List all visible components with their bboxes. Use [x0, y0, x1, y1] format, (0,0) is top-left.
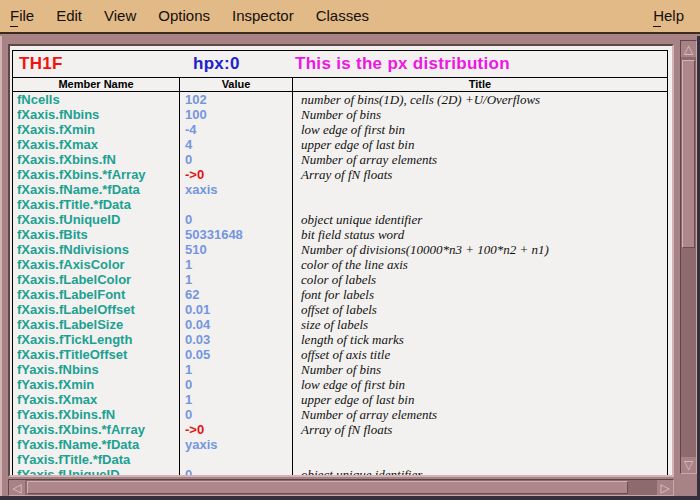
value-cell: 62 [179, 287, 293, 302]
title-cell: Number of divisions(10000*n3 + 100*n2 + … [293, 242, 667, 257]
member-name-cell: fXaxis.fXmin [13, 122, 179, 137]
table-row[interactable]: fXaxis.fNdivisions 510 Number of divisio… [13, 242, 667, 257]
table-row[interactable]: fXaxis.fLabelFont 62 font for labels [13, 287, 667, 302]
value-cell: 1 [179, 257, 293, 272]
menu-classes[interactable]: Classes [316, 0, 369, 33]
value-cell [179, 197, 293, 212]
value-cell: ->0 [179, 167, 293, 182]
title-cell: low edge of first bin [293, 122, 667, 137]
scroll-left-button[interactable]: ◁ [9, 480, 25, 495]
value-cell: 510 [179, 242, 293, 257]
menu-file[interactable]: File [10, 0, 34, 33]
title-cell: Number of bins [293, 362, 667, 377]
member-name-cell: fXaxis.fLabelColor [13, 272, 179, 287]
object-title: This is the px distribution [293, 51, 667, 77]
object-name: hpx:0 [179, 51, 293, 77]
menu-options[interactable]: Options [158, 0, 210, 33]
table-row[interactable]: fYaxis.fXbins.fN 0 Number of array eleme… [13, 407, 667, 422]
table-header-row: Member Name Value Title [13, 78, 667, 92]
title-cell: size of labels [293, 317, 667, 332]
table-row[interactable]: fYaxis.fNbins 1 Number of bins [13, 362, 667, 377]
title-cell: object unique identifier [293, 212, 667, 227]
title-cell: object unique identifier [293, 467, 667, 477]
value-cell: 0 [179, 377, 293, 392]
title-cell [293, 182, 667, 197]
title-cell: color of the line axis [293, 257, 667, 272]
title-cell: offset of axis title [293, 347, 667, 362]
member-name-cell: fXaxis.fLabelOffset [13, 302, 179, 317]
table-row[interactable]: fXaxis.fBits 50331648 bit field status w… [13, 227, 667, 242]
table-row[interactable]: fXaxis.fXmin -4 low edge of first bin [13, 122, 667, 137]
vertical-scrollbar-thumb[interactable] [682, 60, 695, 248]
table-row[interactable]: fXaxis.fXmax 4 upper edge of last bin [13, 137, 667, 152]
scroll-up-button[interactable]: △ [681, 41, 696, 57]
table-row[interactable]: fYaxis.fName.*fData yaxis [13, 437, 667, 452]
table-row[interactable]: fXaxis.fXbins.fN 0 Number of array eleme… [13, 152, 667, 167]
member-name-cell: fXaxis.fXmax [13, 137, 179, 152]
value-cell: xaxis [179, 182, 293, 197]
title-cell: Number of array elements [293, 152, 667, 167]
table-row[interactable]: fXaxis.fTitle.*fData [13, 197, 667, 212]
member-name-cell: fXaxis.fXbins.fN [13, 152, 179, 167]
title-cell: low edge of first bin [293, 377, 667, 392]
table-row[interactable]: fYaxis.fTitle.*fData [13, 452, 667, 467]
member-table: TH1F hpx:0 This is the px distribution M… [12, 50, 668, 477]
menu-edit[interactable]: Edit [56, 0, 82, 33]
title-cell: offset of labels [293, 302, 667, 317]
table-row[interactable]: fXaxis.fTitleOffset 0.05 offset of axis … [13, 347, 667, 362]
column-header-title: Title [293, 78, 667, 91]
inspector-panel: TH1F hpx:0 This is the px distribution M… [8, 44, 674, 477]
triangle-right-icon: ▷ [660, 482, 669, 494]
title-cell: Number of bins [293, 107, 667, 122]
title-cell: number of bins(1D), cells (2D) +U/Overfl… [293, 92, 667, 107]
menu-inspector[interactable]: Inspector [232, 0, 294, 33]
value-cell: -4 [179, 122, 293, 137]
column-header-value: Value [179, 78, 293, 91]
table-row[interactable]: fXaxis.fXbins.*fArray ->0 Array of fN fl… [13, 167, 667, 182]
table-row[interactable]: fXaxis.fNbins 100 Number of bins [13, 107, 667, 122]
horizontal-scrollbar[interactable]: ◁ ▷ [8, 479, 674, 496]
table-row[interactable]: fYaxis.fUniqueID 0 object unique identif… [13, 467, 667, 477]
value-cell: 4 [179, 137, 293, 152]
member-name-cell: fYaxis.fUniqueID [13, 467, 179, 477]
value-cell: 102 [179, 92, 293, 107]
member-name-cell: fYaxis.fXbins.*fArray [13, 422, 179, 437]
table-row[interactable]: fYaxis.fXmin 0 low edge of first bin [13, 377, 667, 392]
value-cell [179, 452, 293, 467]
member-name-cell: fYaxis.fXmax [13, 392, 179, 407]
table-row[interactable]: fXaxis.fTickLength 0.03 length of tick m… [13, 332, 667, 347]
table-row[interactable]: fYaxis.fXbins.*fArray ->0 Array of fN fl… [13, 422, 667, 437]
object-header-band: TH1F hpx:0 This is the px distribution [13, 51, 667, 78]
value-cell: 1 [179, 392, 293, 407]
inspector-window: File Edit View Options Inspector Classes… [0, 0, 700, 500]
table-row[interactable]: fXaxis.fName.*fData xaxis [13, 182, 667, 197]
triangle-down-icon: ▽ [684, 459, 693, 471]
table-row[interactable]: fXaxis.fLabelOffset 0.01 offset of label… [13, 302, 667, 317]
member-name-cell: fXaxis.fBits [13, 227, 179, 242]
title-cell: upper edge of last bin [293, 392, 667, 407]
scroll-down-button[interactable]: ▽ [681, 457, 696, 473]
title-cell: Number of array elements [293, 407, 667, 422]
menu-help[interactable]: Help [653, 0, 684, 33]
member-name-cell: fNcells [13, 92, 179, 107]
menu-view[interactable]: View [104, 0, 136, 33]
title-cell [293, 197, 667, 212]
value-cell: ->0 [179, 422, 293, 437]
title-cell: length of tick marks [293, 332, 667, 347]
value-cell: 0.04 [179, 317, 293, 332]
table-row[interactable]: fXaxis.fUniqueID 0 object unique identif… [13, 212, 667, 227]
horizontal-scrollbar-thumb[interactable] [27, 481, 628, 494]
table-row[interactable]: fXaxis.fLabelColor 1 color of labels [13, 272, 667, 287]
window-edge-bottom [0, 496, 700, 500]
scroll-right-button[interactable]: ▷ [657, 480, 673, 495]
value-cell: 0 [179, 152, 293, 167]
table-row[interactable]: fXaxis.fAxisColor 1 color of the line ax… [13, 257, 667, 272]
value-cell: 1 [179, 362, 293, 377]
value-cell: 0.01 [179, 302, 293, 317]
table-row[interactable]: fNcells 102 number of bins(1D), cells (2… [13, 92, 667, 107]
member-name-cell: fXaxis.fLabelSize [13, 317, 179, 332]
vertical-scrollbar[interactable]: △ ▽ [680, 40, 697, 474]
table-row[interactable]: fYaxis.fXmax 1 upper edge of last bin [13, 392, 667, 407]
table-row[interactable]: fXaxis.fLabelSize 0.04 size of labels [13, 317, 667, 332]
member-name-cell: fYaxis.fXmin [13, 377, 179, 392]
